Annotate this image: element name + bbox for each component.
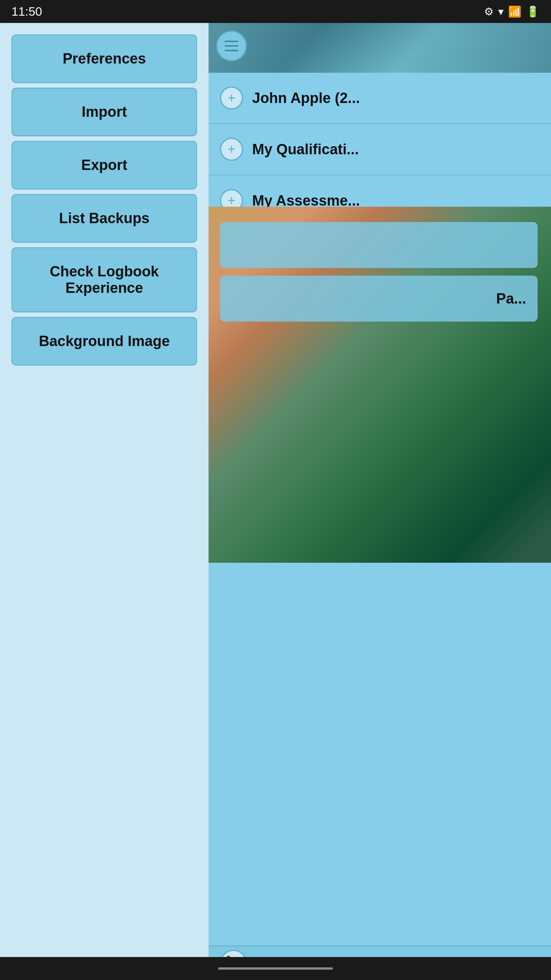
plus-icon-qual: +: [220, 138, 243, 161]
menu-toggle-button[interactable]: [216, 31, 247, 61]
hamburger-line-2: [225, 45, 238, 47]
check-logbook-button[interactable]: Check Logbook Experience: [11, 247, 197, 312]
wifi-icon: ▾: [498, 5, 504, 18]
import-button[interactable]: Import: [11, 88, 197, 136]
right-panel: + John Apple (2... + My Qualificati... +…: [209, 23, 551, 980]
battery-icon: 🔋: [526, 5, 540, 18]
settings-icon: ⚙: [484, 5, 494, 18]
list-backups-button[interactable]: List Backups: [11, 194, 197, 243]
nav-item-qual-label: My Qualificati...: [252, 141, 359, 158]
background-image-button[interactable]: Background Image: [11, 317, 197, 366]
preferences-button[interactable]: Preferences: [11, 34, 197, 83]
hamburger-line-1: [225, 41, 238, 42]
status-time: 11:50: [11, 5, 42, 19]
nav-bar: [0, 957, 551, 980]
top-image-bubbles: [209, 23, 551, 73]
top-image-area: [209, 23, 551, 73]
photo-overlay-button-1[interactable]: [220, 222, 538, 268]
nav-item-john-apple[interactable]: + John Apple (2...: [209, 73, 551, 124]
photo-overlay-button-2[interactable]: Pa...: [220, 276, 538, 322]
nav-bar-home-indicator: [218, 967, 333, 970]
status-bar: 11:50 ⚙ ▾ 📶 🔋: [0, 0, 551, 23]
export-button[interactable]: Export: [11, 141, 197, 189]
plus-icon-john: +: [220, 87, 243, 109]
nav-item-john-label: John Apple (2...: [252, 90, 360, 106]
hamburger-icon: [225, 41, 238, 51]
signal-icon: 📶: [508, 5, 522, 18]
nav-item-qualifications[interactable]: + My Qualificati...: [209, 124, 551, 175]
photo-button-2-label: Pa...: [496, 291, 526, 307]
hamburger-line-3: [225, 50, 238, 51]
status-icons: ⚙ ▾ 📶 🔋: [484, 5, 540, 18]
left-panel: Preferences Import Export List Backups C…: [0, 23, 209, 980]
